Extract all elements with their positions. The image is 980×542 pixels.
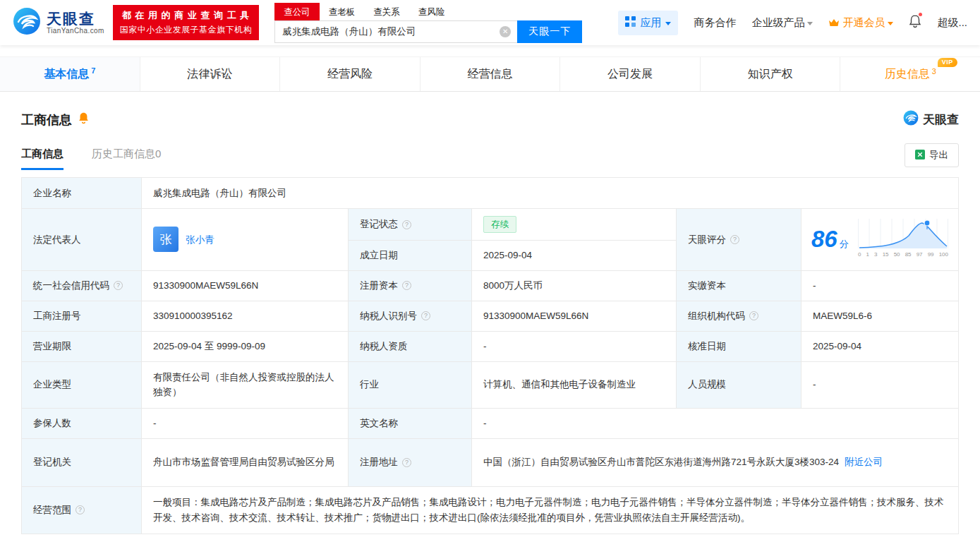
table-row: 工商注册号 330910000395162 纳税人识别号 91330900MAE… — [22, 301, 958, 332]
score-chart-ticks: 013 155085 9799100 — [858, 251, 948, 260]
export-label: 导出 — [929, 149, 948, 162]
value-taxpayer-quality: - — [472, 332, 677, 361]
address-text: 中国（浙江）自由贸易试验区舟山市普陀区东港街道海州路721号永跃大厦3楼303-… — [483, 454, 839, 470]
help-icon — [402, 458, 411, 467]
tab-legal-label: 法律诉讼 — [187, 67, 232, 82]
tab-company-development[interactable]: 公司发展 — [559, 57, 700, 91]
label-establish-date: 成立日期 — [349, 241, 472, 270]
label-legal-representative: 法定代表人 — [22, 209, 142, 270]
chevron-down-icon — [807, 22, 813, 25]
tab-legal-proceedings[interactable]: 法律诉讼 — [140, 57, 280, 91]
label-registered-address: 注册地址 — [349, 439, 472, 486]
value-registration-status: 存续 — [472, 209, 676, 240]
watermark-logo-icon — [903, 110, 919, 129]
value-credit-code: 91330900MAEW59L66N — [142, 271, 349, 301]
help-icon — [402, 281, 411, 290]
search-area: 查公司 查老板 查关系 查风险 天眼一下 — [274, 3, 582, 43]
value-registered-address: 中国（浙江）自由贸易试验区舟山市普陀区东港街道海州路721号永跃大厦3楼303-… — [472, 439, 958, 486]
value-company-name: 威兆集成电路（舟山）有限公司 — [142, 178, 958, 208]
nav-apps-button[interactable]: 应用 — [618, 11, 678, 35]
search-tab-relation[interactable]: 查关系 — [364, 3, 409, 20]
table-row: 营业期限 2025-09-04 至 9999-09-09 纳税人资质 - 核准日… — [22, 332, 958, 362]
table-row: 登记机关 舟山市市场监督管理局自由贸易试验区分局 注册地址 中国（浙江）自由贸易… — [22, 439, 958, 487]
nav-apps-label: 应用 — [640, 16, 661, 30]
nav-open-vip[interactable]: 开通会员 — [828, 16, 893, 30]
apps-grid-icon — [625, 16, 636, 29]
search-tab-risk[interactable]: 查风险 — [409, 3, 454, 20]
tab-business-info[interactable]: 经营信息 — [420, 57, 560, 91]
nav-business-cooperation[interactable]: 商务合作 — [694, 16, 736, 30]
subtab-business-registration[interactable]: 工商信息 — [21, 147, 63, 170]
tab-history-count: 3 — [932, 67, 936, 76]
clear-search-icon[interactable] — [500, 26, 511, 37]
notification-bell-button[interactable] — [909, 14, 921, 31]
score-unit: 分 — [840, 237, 849, 252]
search-input[interactable] — [274, 20, 517, 43]
table-row: 统一社会信用代码 91330900MAEW59L66N 注册资本 8000万人民… — [22, 271, 958, 301]
tab-history-info[interactable]: 历史信息3 VIP — [840, 57, 980, 91]
label-business-term: 营业期限 — [22, 332, 142, 361]
tab-basic-info[interactable]: 基本信息7 — [0, 57, 140, 91]
search-button[interactable]: 天眼一下 — [517, 20, 582, 43]
search-tab-company[interactable]: 查公司 — [274, 3, 320, 20]
tianyancha-logo[interactable]: 天眼查 TianYanCha.com — [13, 7, 104, 38]
tab-basic-info-count: 7 — [91, 66, 95, 75]
label-company-name: 企业名称 — [22, 178, 142, 208]
crown-icon — [828, 17, 840, 29]
value-org-code: MAEW59L6-6 — [801, 301, 958, 331]
value-tianyan-score[interactable]: 86 分 013 155085 — [801, 209, 958, 270]
nearby-companies-link[interactable]: 附近公司 — [845, 454, 883, 470]
section-title: 工商信息 — [21, 112, 72, 128]
value-english-name: - — [472, 409, 958, 438]
search-tab-boss[interactable]: 查老板 — [320, 3, 365, 20]
table-row: 法定代表人 张 张小青 登记状态 存续 成立日期 2025-09-04 天眼评分… — [22, 209, 958, 271]
excel-export-icon — [915, 150, 925, 162]
label-insured-count: 参保人数 — [22, 409, 142, 438]
vip-badge: VIP — [938, 58, 957, 67]
help-icon — [75, 505, 85, 514]
label-registration-number: 工商注册号 — [22, 301, 142, 331]
export-button[interactable]: 导出 — [905, 143, 959, 167]
subtab-history-registration[interactable]: 历史工商信息0 — [92, 147, 161, 170]
tab-business-label: 经营信息 — [468, 67, 513, 82]
value-registration-authority: 舟山市市场监督管理局自由贸易试验区分局 — [142, 439, 349, 486]
nav-enterprise-products[interactable]: 企业级产品 — [751, 16, 813, 30]
label-industry: 行业 — [349, 362, 472, 408]
chevron-down-icon — [665, 22, 671, 25]
watermark-text: 天眼查 — [923, 112, 959, 128]
label-paid-capital: 实缴资本 — [677, 271, 801, 301]
nav-super-label: 超级... — [937, 16, 967, 30]
business-registration-table: 企业名称 威兆集成电路（舟山）有限公司 法定代表人 张 张小青 登记状态 存续 … — [21, 177, 959, 534]
label-credit-code: 统一社会信用代码 — [22, 271, 142, 301]
tab-risk-label: 经营风险 — [327, 67, 373, 82]
nav-super-vip[interactable]: 超级... — [937, 16, 967, 30]
label-company-type: 企业类型 — [22, 362, 142, 408]
nav-biz-label: 商务合作 — [694, 16, 736, 30]
legal-rep-link[interactable]: 张小青 — [186, 232, 214, 248]
banner-line2: 国家中小企业发展子基金旗下机构 — [120, 24, 253, 36]
bell-icon — [909, 14, 921, 31]
label-registered-capital: 注册资本 — [349, 271, 472, 301]
label-english-name: 英文名称 — [349, 409, 472, 438]
score-distribution-chart: 013 155085 9799100 — [858, 219, 948, 260]
value-staff-size: - — [801, 362, 958, 408]
subscribe-bell-icon[interactable] — [78, 112, 90, 128]
table-row: 经营范围 一般项目：集成电路芯片及产品制造；集成电路芯片及产品销售；集成电路设计… — [22, 487, 958, 534]
top-nav: 应用 商务合作 企业级产品 开通会员 超级 — [618, 11, 967, 35]
value-insured-count: - — [142, 409, 349, 438]
tab-development-label: 公司发展 — [607, 67, 653, 82]
tab-intellectual-property[interactable]: 知识产权 — [700, 57, 840, 91]
tab-ip-label: 知识产权 — [748, 67, 793, 82]
chevron-down-icon — [888, 22, 893, 25]
label-approval-date: 核准日期 — [677, 332, 801, 361]
help-icon — [749, 311, 758, 320]
help-icon — [402, 220, 411, 229]
label-tianyan-score: 天眼评分 — [677, 209, 801, 270]
label-registration-status: 登记状态 — [349, 209, 472, 240]
banner-line1: 都 在 用 的 商 业 查 询 工 具 — [120, 9, 253, 22]
value-registration-number: 330910000395162 — [142, 301, 349, 331]
value-company-type: 有限责任公司（非自然人投资或控股的法人独资） — [142, 362, 349, 408]
avatar[interactable]: 张 — [153, 227, 179, 252]
tianyancha-watermark: 天眼查 — [903, 110, 959, 129]
tab-operating-risk[interactable]: 经营风险 — [279, 57, 420, 91]
